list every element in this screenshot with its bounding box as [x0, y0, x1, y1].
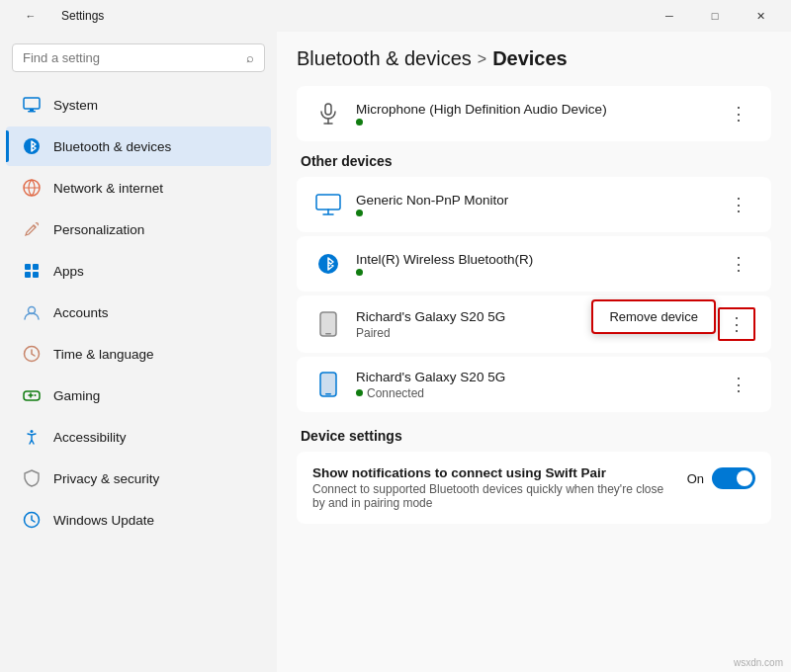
- search-box[interactable]: ⌕: [12, 43, 265, 72]
- update-icon: [22, 510, 42, 530]
- sidebar-item-privacy[interactable]: Privacy & security: [6, 459, 271, 498]
- sidebar-item-accessibility[interactable]: Accessibility: [6, 417, 271, 457]
- intel-bluetooth-status-dot: [356, 269, 363, 276]
- accessibility-icon: [22, 427, 42, 447]
- svg-rect-2: [30, 109, 34, 111]
- swift-pair-row: Show notifications to connect using Swif…: [297, 452, 771, 524]
- galaxy-connected-info: Richard's Galaxy S20 5G Connected: [356, 370, 505, 400]
- galaxy-connected-more-button[interactable]: ⋮: [722, 370, 755, 399]
- galaxy-connected-card: Richard's Galaxy S20 5G Connected ⋮: [297, 357, 771, 412]
- watermark: wsxdn.com: [734, 657, 783, 668]
- back-button[interactable]: ←: [8, 0, 53, 32]
- galaxy-connected-card-left: Richard's Galaxy S20 5G Connected: [312, 369, 505, 400]
- monitor-status: [356, 210, 508, 216]
- galaxy-connected-name: Richard's Galaxy S20 5G: [356, 370, 505, 384]
- sidebar: ⌕ System Bluetooth & devices Network & i…: [0, 32, 277, 672]
- microphone-card-left: Microphone (High Definition Audio Device…: [312, 98, 607, 129]
- apps-icon: [22, 261, 42, 281]
- monitor-status-dot: [356, 210, 363, 216]
- sidebar-item-update[interactable]: Windows Update: [6, 500, 271, 540]
- svg-rect-5: [33, 264, 39, 270]
- svg-rect-4: [25, 264, 31, 270]
- microphone-more-button[interactable]: ⋮: [722, 99, 755, 128]
- svg-rect-22: [325, 393, 331, 395]
- sidebar-item-bluetooth-label: Bluetooth & devices: [53, 139, 171, 154]
- intel-bluetooth-card: Intel(R) Wireless Bluetooth(R) ⋮: [297, 236, 771, 292]
- intel-bluetooth-name: Intel(R) Wireless Bluetooth(R): [356, 252, 533, 267]
- galaxy-paired-icon: [312, 308, 344, 340]
- galaxy-paired-more-button[interactable]: ⋮: [718, 307, 755, 341]
- search-input[interactable]: [23, 50, 238, 65]
- svg-rect-20: [325, 333, 331, 335]
- sidebar-item-gaming-label: Gaming: [53, 388, 100, 403]
- microphone-card: Microphone (High Definition Audio Device…: [297, 86, 771, 141]
- svg-rect-17: [316, 195, 340, 210]
- microphone-status: [356, 119, 607, 126]
- monitor-icon: [312, 189, 344, 220]
- network-icon: [22, 178, 42, 198]
- titlebar-left: ← Settings: [8, 0, 104, 32]
- remove-device-label: Remove device: [609, 309, 698, 324]
- intel-bluetooth-more-button[interactable]: ⋮: [722, 249, 755, 279]
- personalization-icon: [22, 219, 42, 239]
- monitor-info: Generic Non-PnP Monitor: [356, 193, 508, 216]
- svg-rect-21: [320, 373, 336, 396]
- close-button[interactable]: ✕: [738, 0, 783, 32]
- breadcrumb-parent[interactable]: Bluetooth & devices: [297, 47, 472, 70]
- sidebar-item-personalization-label: Personalization: [53, 222, 144, 237]
- minimize-button[interactable]: ─: [647, 0, 692, 32]
- remove-device-popup[interactable]: Remove device: [591, 299, 716, 334]
- swift-pair-toggle[interactable]: [712, 467, 755, 489]
- gaming-icon: [22, 385, 42, 405]
- titlebar: ← Settings ─ □ ✕: [0, 0, 791, 32]
- svg-rect-14: [325, 104, 331, 115]
- sidebar-item-time-label: Time & language: [53, 347, 154, 362]
- swift-pair-toggle-right: On: [687, 465, 755, 489]
- sidebar-item-bluetooth[interactable]: Bluetooth & devices: [6, 126, 271, 166]
- intel-bluetooth-status: [356, 269, 533, 276]
- galaxy-paired-card-left: Richard's Galaxy S20 5G Paired: [312, 308, 505, 340]
- galaxy-paired-status: Paired: [356, 326, 505, 340]
- microphone-status-dot: [356, 119, 363, 126]
- monitor-card-left: Generic Non-PnP Monitor: [312, 189, 508, 220]
- bluetooth-icon: [22, 136, 42, 156]
- svg-point-11: [35, 394, 37, 396]
- system-icon: [22, 95, 42, 115]
- device-settings-label: Device settings: [297, 428, 771, 444]
- galaxy-paired-name: Richard's Galaxy S20 5G: [356, 309, 505, 324]
- sidebar-item-accounts[interactable]: Accounts: [6, 293, 271, 332]
- intel-bluetooth-icon: [312, 248, 344, 280]
- titlebar-controls: ─ □ ✕: [647, 0, 783, 32]
- popup-container: Remove device ⋮: [718, 307, 755, 341]
- sidebar-item-time[interactable]: Time & language: [6, 334, 271, 374]
- sidebar-item-gaming[interactable]: Gaming: [6, 376, 271, 415]
- microphone-info: Microphone (High Definition Audio Device…: [356, 102, 607, 126]
- svg-rect-19: [320, 312, 336, 336]
- galaxy-connected-icon: [312, 369, 344, 400]
- page-header: Bluetooth & devices > Devices: [297, 47, 771, 70]
- breadcrumb-arrow-icon: >: [478, 50, 486, 68]
- sidebar-item-network[interactable]: Network & internet: [6, 168, 271, 208]
- svg-rect-6: [25, 272, 31, 278]
- monitor-more-button[interactable]: ⋮: [722, 190, 755, 219]
- search-icon: ⌕: [246, 50, 254, 65]
- app-title: Settings: [61, 9, 104, 23]
- sidebar-item-system[interactable]: System: [6, 85, 271, 125]
- swift-pair-desc: Connect to supported Bluetooth devices q…: [312, 482, 668, 510]
- privacy-icon: [22, 468, 42, 488]
- galaxy-paired-card: Richard's Galaxy S20 5G Paired Remove de…: [297, 295, 771, 353]
- maximize-button[interactable]: □: [692, 0, 738, 32]
- swift-pair-toggle-label: On: [687, 471, 704, 486]
- microphone-name: Microphone (High Definition Audio Device…: [356, 102, 607, 117]
- sidebar-item-privacy-label: Privacy & security: [53, 471, 159, 486]
- sidebar-item-apps-label: Apps: [53, 264, 84, 279]
- monitor-name: Generic Non-PnP Monitor: [356, 193, 508, 208]
- sidebar-item-personalization[interactable]: Personalization: [6, 210, 271, 249]
- sidebar-item-network-label: Network & internet: [53, 181, 163, 196]
- sidebar-item-apps[interactable]: Apps: [6, 251, 271, 291]
- monitor-card: Generic Non-PnP Monitor ⋮: [297, 177, 771, 232]
- sidebar-item-accounts-label: Accounts: [53, 305, 109, 320]
- time-icon: [22, 344, 42, 364]
- microphone-icon: [312, 98, 344, 129]
- galaxy-paired-status-text: Paired: [356, 326, 391, 340]
